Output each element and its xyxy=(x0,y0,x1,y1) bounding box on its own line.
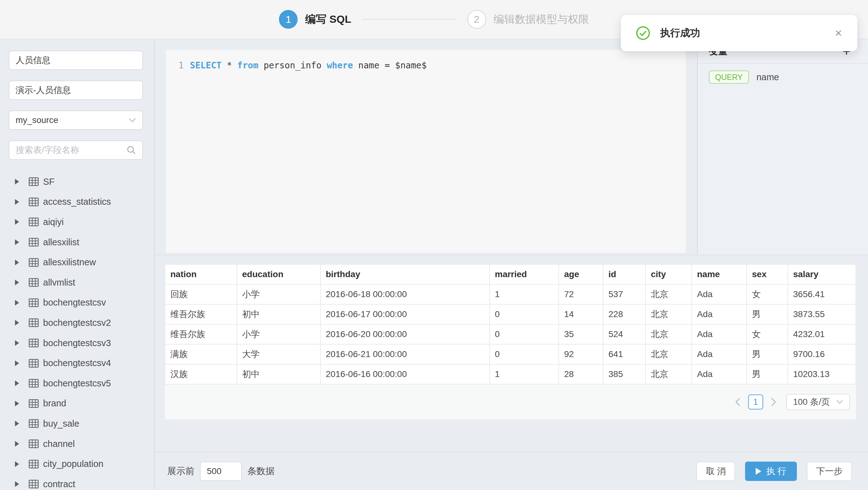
table-grid-icon xyxy=(29,318,39,327)
column-header: nation xyxy=(165,264,237,284)
caret-right-icon[interactable] xyxy=(14,219,19,225)
caret-right-icon[interactable] xyxy=(14,300,19,306)
step-edit-model[interactable]: 2 编辑数据模型与权限 xyxy=(467,10,589,29)
sidebar-table-item[interactable]: contract xyxy=(9,474,145,490)
table-cell: 2016-06-17 00:00:00 xyxy=(320,304,490,324)
table-name-label: bochengtestcsv3 xyxy=(43,338,111,348)
table-name-label: allesxilistnew xyxy=(43,257,96,268)
sidebar-table-item[interactable]: bochengtestcsv4 xyxy=(9,353,145,373)
sidebar-table-item[interactable]: buy_sale xyxy=(9,414,145,434)
table-cell: 3873.55 xyxy=(788,304,856,324)
sidebar-table-item[interactable]: bochengtestcsv xyxy=(9,293,145,313)
row-limit-input[interactable] xyxy=(200,462,242,481)
sidebar-table-item[interactable]: bochengtestcsv2 xyxy=(9,313,145,333)
sidebar-table-item[interactable]: SF xyxy=(9,172,145,192)
sidebar-table-item[interactable]: city_population xyxy=(9,454,145,474)
variables-list: QUERY name xyxy=(698,64,868,84)
caret-right-icon[interactable] xyxy=(14,279,19,285)
next-step-button[interactable]: 下一步 xyxy=(807,462,852,481)
caret-right-icon[interactable] xyxy=(14,441,19,447)
results-header-row: nationeducationbirthdaymarriedageidcityn… xyxy=(165,264,856,284)
table-row: 维吾尔族小学2016-06-20 00:00:00035524北京Ada女423… xyxy=(165,324,856,344)
table-cell: 男 xyxy=(747,364,788,384)
sql-token-keyword: where xyxy=(327,60,353,70)
table-cell: 1 xyxy=(490,284,559,304)
sidebar: my_source SF xyxy=(0,39,155,490)
table-search-input[interactable] xyxy=(16,145,127,155)
column-header: age xyxy=(559,264,603,284)
caret-right-icon[interactable] xyxy=(14,481,19,487)
row-limit-group: 展示前 条数据 xyxy=(167,462,275,481)
caret-right-icon[interactable] xyxy=(14,420,19,427)
caret-right-icon[interactable] xyxy=(14,259,19,266)
sidebar-table-item[interactable]: brand xyxy=(9,394,145,414)
caret-right-icon[interactable] xyxy=(14,319,19,326)
column-header: birthday xyxy=(320,264,490,284)
page-size-value: 100 条/页 xyxy=(793,396,830,408)
table-cell: 0 xyxy=(490,304,559,324)
table-name-label: city_population xyxy=(43,459,103,469)
sidebar-table-item[interactable]: allesxilist xyxy=(9,232,145,252)
next-page-button[interactable] xyxy=(767,398,780,406)
caret-right-icon[interactable] xyxy=(14,179,19,185)
variable-row[interactable]: QUERY name xyxy=(698,64,868,84)
table-cell: 385 xyxy=(603,364,646,384)
table-name-label: contract xyxy=(43,479,75,489)
table-cell: 满族 xyxy=(165,344,237,364)
caret-right-icon[interactable] xyxy=(14,239,19,245)
table-cell: 北京 xyxy=(646,344,692,364)
table-name-label: allvmlist xyxy=(43,277,75,288)
step-write-sql[interactable]: 1 编写 SQL xyxy=(279,10,351,29)
datasource-select[interactable]: my_source xyxy=(9,111,143,130)
close-icon[interactable]: ✕ xyxy=(835,28,842,39)
table-cell: 北京 xyxy=(646,304,692,324)
sql-editor[interactable]: 1 SELECT * from person_info where name =… xyxy=(166,50,686,253)
table-cell: Ada xyxy=(692,324,747,344)
table-grid-icon xyxy=(29,238,39,247)
caret-right-icon[interactable] xyxy=(14,199,19,205)
dataset-name-field[interactable] xyxy=(9,51,143,70)
sidebar-table-item[interactable]: allesxilistnew xyxy=(9,252,145,272)
table-grid-icon xyxy=(29,419,39,428)
table-cell: 北京 xyxy=(646,324,692,344)
sidebar-table-item[interactable]: bochengtestcsv3 xyxy=(9,333,145,353)
caret-right-icon[interactable] xyxy=(14,340,19,346)
table-cell: Ada xyxy=(692,284,747,304)
caret-right-icon[interactable] xyxy=(14,461,19,467)
sidebar-table-item[interactable]: access_statistics xyxy=(9,192,145,212)
prev-page-button[interactable] xyxy=(731,398,744,406)
column-header: education xyxy=(237,264,320,284)
table-search-field[interactable] xyxy=(9,141,143,160)
sql-token-plain: * xyxy=(221,60,238,70)
table-cell: 女 xyxy=(747,324,788,344)
table-cell: 10203.13 xyxy=(788,364,856,384)
column-header: married xyxy=(490,264,559,284)
page-number-button[interactable]: 1 xyxy=(748,395,763,409)
play-icon xyxy=(756,468,761,475)
sidebar-table-item[interactable]: aiqiyi xyxy=(9,212,145,232)
table-cell: 0 xyxy=(490,344,559,364)
page-size-select[interactable]: 100 条/页 xyxy=(786,394,850,410)
table-cell: 641 xyxy=(603,344,646,364)
table-cell: 524 xyxy=(603,324,646,344)
table-name-label: bochengtestcsv4 xyxy=(43,358,111,368)
sidebar-table-item[interactable]: channel xyxy=(9,434,145,454)
sidebar-table-item[interactable]: allvmlist xyxy=(9,272,145,293)
table-cell: 72 xyxy=(559,284,603,304)
chevron-down-icon xyxy=(836,400,843,404)
caret-right-icon[interactable] xyxy=(14,360,19,366)
step-1-label: 编写 SQL xyxy=(305,12,351,27)
table-grid-icon xyxy=(29,298,39,307)
step-1-circle: 1 xyxy=(279,10,298,29)
cancel-button[interactable]: 取 消 xyxy=(696,462,735,481)
footer-bar: 展示前 条数据 取 消 执 行 下一步 xyxy=(155,452,868,490)
run-button[interactable]: 执 行 xyxy=(745,462,797,481)
sidebar-table-item[interactable]: bochengtestcsv5 xyxy=(9,373,145,394)
caret-right-icon[interactable] xyxy=(14,380,19,387)
dataset-name-input[interactable] xyxy=(16,55,136,65)
table-cell: Ada xyxy=(692,364,747,384)
caret-right-icon[interactable] xyxy=(14,400,19,407)
dataset-display-name-input[interactable] xyxy=(16,85,136,95)
dataset-display-name-field[interactable] xyxy=(9,81,143,100)
table-row: 满族大学2016-06-21 00:00:00092641北京Ada男9700.… xyxy=(165,344,856,364)
